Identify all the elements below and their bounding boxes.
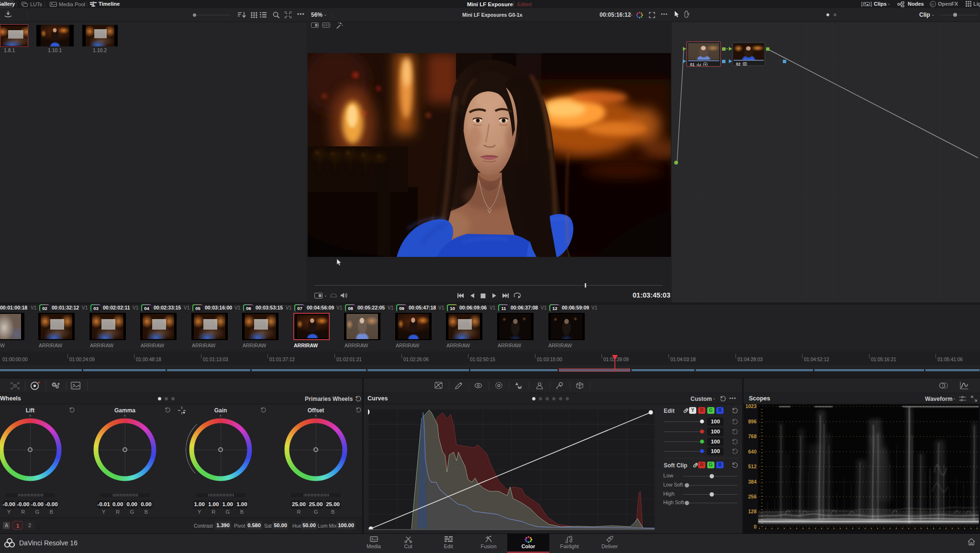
svg-text:fx: fx: [931, 2, 934, 6]
